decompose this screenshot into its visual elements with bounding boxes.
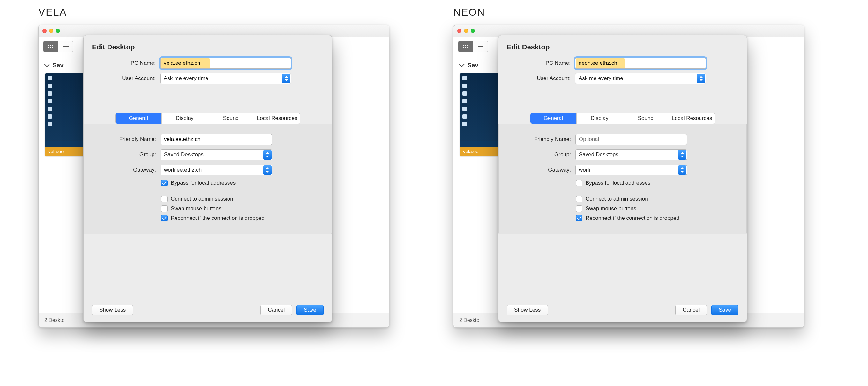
pc-name-label: PC Name: <box>507 60 570 66</box>
tab-display[interactable]: Display <box>576 113 623 124</box>
admin-label: Connect to admin session <box>586 196 648 202</box>
group-label: Group: <box>507 152 571 158</box>
status-text: 2 Deskto <box>44 317 64 323</box>
group-label: Group: <box>92 152 156 158</box>
cancel-button[interactable]: Cancel <box>675 304 707 316</box>
chevron-down-icon <box>45 63 50 68</box>
tab-general[interactable]: General <box>116 113 161 124</box>
sheet-title: Edit Desktop <box>507 43 738 51</box>
edit-desktop-sheet: Edit DesktopPC Name:User Account:Ask me … <box>498 35 747 322</box>
tab-local[interactable]: Local Resources <box>669 113 715 124</box>
user-account-label: User Account: <box>507 75 570 82</box>
chevron-updown-icon <box>263 150 272 160</box>
friendly-name-input[interactable] <box>576 134 687 145</box>
tab-display[interactable]: Display <box>161 113 208 124</box>
user-account-value: Ask me every time <box>579 75 623 82</box>
list-view-button[interactable] <box>58 41 73 52</box>
chevron-updown-icon <box>282 74 290 83</box>
close-icon[interactable] <box>42 29 46 33</box>
admin-checkbox[interactable] <box>576 196 582 202</box>
reconnect-checkbox[interactable] <box>161 215 167 221</box>
panel-title: NEON <box>453 6 827 18</box>
gateway-value: worli.ee.ethz.ch <box>164 167 202 173</box>
zoom-icon[interactable] <box>471 29 475 33</box>
zoom-icon[interactable] <box>56 29 60 33</box>
grid-icon <box>463 45 468 48</box>
reconnect-checkbox[interactable] <box>576 215 582 221</box>
grid-icon <box>48 45 53 48</box>
pc-name-label: PC Name: <box>92 60 156 66</box>
bypass-label: Bypass for local addresses <box>171 180 236 186</box>
grid-view-button[interactable] <box>43 41 58 52</box>
friendly-name-label: Friendly Name: <box>92 136 156 142</box>
admin-checkbox[interactable] <box>161 196 167 202</box>
remote-desktop-window: Savvela.ee2 DesktoEdit DesktopPC Name:Us… <box>453 25 804 328</box>
minimize-icon[interactable] <box>49 29 53 33</box>
chevron-down-icon <box>460 63 464 68</box>
gateway-value: worli <box>579 167 590 173</box>
gateway-label: Gateway: <box>507 167 571 173</box>
tab-sound[interactable]: Sound <box>208 113 254 124</box>
friendly-name-input[interactable] <box>160 134 272 145</box>
close-icon[interactable] <box>457 29 461 33</box>
save-button[interactable]: Save <box>711 304 738 316</box>
settings-tabs: GeneralDisplaySoundLocal Resources <box>530 112 715 124</box>
panel-title: VELA <box>38 6 412 18</box>
minimize-icon[interactable] <box>464 29 468 33</box>
gateway-label: Gateway: <box>92 167 156 173</box>
view-toggle <box>43 41 73 52</box>
tab-local[interactable]: Local Resources <box>254 113 300 124</box>
swap-checkbox[interactable] <box>161 205 167 212</box>
user-account-select[interactable]: Ask me every time <box>575 73 706 84</box>
swap-checkbox[interactable] <box>576 205 582 212</box>
tab-general-body: Friendly Name:Group:Saved DesktopsGatewa… <box>84 124 332 234</box>
tab-general-body: Friendly Name:Group:Saved DesktopsGatewa… <box>498 124 747 234</box>
admin-label: Connect to admin session <box>171 196 233 202</box>
group-select[interactable]: Saved Desktops <box>160 149 272 160</box>
friendly-name-label: Friendly Name: <box>507 136 571 142</box>
chevron-updown-icon <box>697 74 705 83</box>
view-toggle <box>458 41 488 52</box>
chevron-updown-icon <box>263 165 272 175</box>
pc-name-input[interactable] <box>160 58 291 68</box>
swap-label: Swap mouse buttons <box>586 205 636 212</box>
group-select[interactable]: Saved Desktops <box>576 149 687 160</box>
user-account-select[interactable]: Ask me every time <box>160 73 291 84</box>
save-button[interactable]: Save <box>297 304 323 316</box>
tab-general[interactable]: General <box>530 113 576 124</box>
section-title: Sav <box>467 62 478 69</box>
chevron-updown-icon <box>678 165 686 175</box>
remote-desktop-window: Savvela.ee2 DesktoEdit DesktopPC Name:Us… <box>38 25 389 328</box>
swap-label: Swap mouse buttons <box>171 205 221 212</box>
show-less-button[interactable]: Show Less <box>507 304 548 316</box>
user-account-label: User Account: <box>92 75 156 82</box>
pc-name-input[interactable] <box>576 58 706 68</box>
settings-tabs: GeneralDisplaySoundLocal Resources <box>115 112 300 124</box>
list-view-button[interactable] <box>473 41 488 52</box>
reconnect-label: Reconnect if the connection is dropped <box>586 215 679 221</box>
user-account-value: Ask me every time <box>164 75 208 82</box>
gateway-select[interactable]: worli.ee.ethz.ch <box>160 165 272 175</box>
gateway-select[interactable]: worli <box>576 165 687 175</box>
reconnect-label: Reconnect if the connection is dropped <box>171 215 265 221</box>
tab-sound[interactable]: Sound <box>623 113 669 124</box>
group-value: Saved Desktops <box>164 152 204 158</box>
bypass-checkbox[interactable] <box>161 180 167 186</box>
list-icon <box>478 45 484 49</box>
status-text: 2 Deskto <box>459 317 479 323</box>
list-icon <box>63 45 69 49</box>
bypass-checkbox[interactable] <box>576 180 582 186</box>
chevron-updown-icon <box>678 150 686 160</box>
cancel-button[interactable]: Cancel <box>260 304 292 316</box>
bypass-label: Bypass for local addresses <box>586 180 650 186</box>
section-title: Sav <box>53 62 63 69</box>
group-value: Saved Desktops <box>579 152 618 158</box>
edit-desktop-sheet: Edit DesktopPC Name:User Account:Ask me … <box>83 35 332 322</box>
show-less-button[interactable]: Show Less <box>92 304 133 316</box>
grid-view-button[interactable] <box>458 41 473 52</box>
sheet-title: Edit Desktop <box>92 43 323 51</box>
